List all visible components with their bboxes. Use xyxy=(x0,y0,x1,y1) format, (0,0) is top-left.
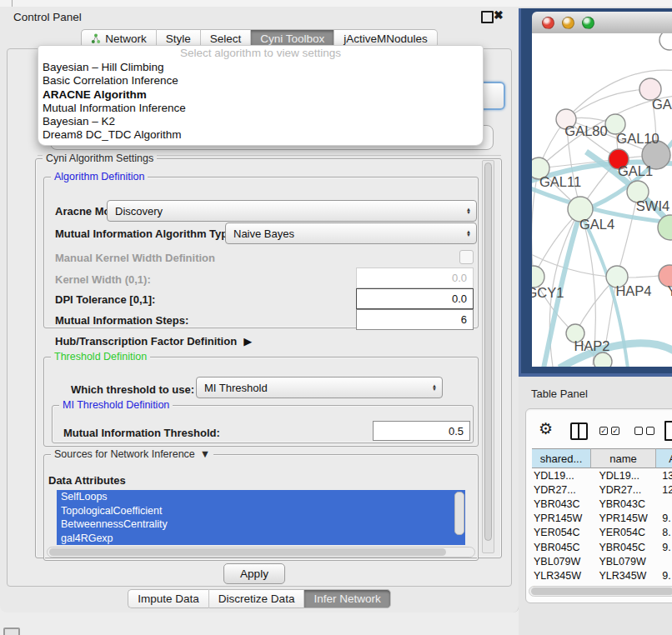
collapse-down-icon: ▼ xyxy=(200,448,210,460)
list-item[interactable]: gal4RGexp xyxy=(57,532,465,546)
cell-shared-name: YBR043C xyxy=(526,498,587,510)
attributes-hscrollbar-thumb[interactable] xyxy=(49,548,446,556)
mi-algorithm-type-select[interactable]: Naive Bayes ▲▼ xyxy=(225,222,477,244)
table-row[interactable]: YER054C YER054C 8. xyxy=(526,526,672,540)
cell-value: 9. xyxy=(659,542,672,553)
dpi-tolerance-label: DPI Tolerance [0,1]: xyxy=(55,293,155,306)
which-threshold-label: Which threshold to use: xyxy=(71,383,194,396)
dpi-tolerance-input[interactable]: 0.0 xyxy=(356,288,474,309)
mi-threshold-input[interactable]: 0.5 xyxy=(373,421,470,441)
network-tab-icon xyxy=(91,33,101,44)
mi-type-value: Naive Bayes xyxy=(233,228,294,240)
zoom-traffic-icon[interactable] xyxy=(582,17,594,29)
algorithm-definition-title: Algorithm Definition xyxy=(51,171,148,182)
cell-value: 13 xyxy=(659,470,672,482)
table-row[interactable]: YDR27... YDR27... 12 xyxy=(526,482,672,497)
apply-button[interactable]: Apply xyxy=(223,563,285,584)
node-label: GAL11 xyxy=(539,174,581,189)
cyni-bottom-tab-bar: Impute Data Discretize Data Infer Networ… xyxy=(0,589,519,608)
table-hscrollbar-thumb[interactable] xyxy=(531,588,672,595)
tab-style-label: Style xyxy=(166,32,191,45)
combo-arrows-icon: ▲▼ xyxy=(432,384,437,392)
sources-group-header[interactable]: Sources for Network Inference ▼ xyxy=(51,448,213,460)
column-header-partial[interactable]: A xyxy=(656,448,672,468)
close-traffic-icon[interactable] xyxy=(542,17,554,29)
mi-threshold-definition-title: MI Threshold Definition xyxy=(59,399,173,411)
table-row[interactable]: YBR045C YBR045C 9. xyxy=(526,540,672,554)
network-graph[interactable]: GALGAL80GAL10GAL1GAL11SWI4GAL4GCY1HAP4YH… xyxy=(532,33,672,367)
table-row[interactable]: YDL19... YDL19... 13 xyxy=(526,468,672,482)
settings-scrollbar[interactable] xyxy=(482,160,494,553)
float-window-icon[interactable] xyxy=(481,11,494,23)
settings-scrollbar-thumb[interactable] xyxy=(484,162,492,541)
columns-layout-icon[interactable] xyxy=(570,422,588,440)
tab-discretize-data[interactable]: Discretize Data xyxy=(209,589,305,608)
network-window-titlebar[interactable] xyxy=(532,12,672,34)
which-threshold-select[interactable]: MI Threshold ▲▼ xyxy=(196,377,443,398)
table-row[interactable]: YBR043C YBR043C xyxy=(526,497,672,511)
cell-shared-name: YPR145W xyxy=(526,512,587,524)
column-header-name[interactable]: name xyxy=(591,448,656,468)
tab-jactivemnodules-label: jActiveMNodules xyxy=(344,32,428,45)
tab-impute-data[interactable]: Impute Data xyxy=(128,589,209,608)
table-row[interactable]: YLR345W YLR345W 9. xyxy=(526,568,672,582)
panel-corner-icon[interactable] xyxy=(3,628,20,635)
cell-name: YPR145W xyxy=(587,512,659,524)
close-icon[interactable]: ✖ xyxy=(494,8,504,22)
table-row[interactable]: YBL079W YBL079W xyxy=(526,554,672,568)
network-view-window: GALGAL80GAL10GAL1GAL11SWI4GAL4GCY1HAP4YH… xyxy=(519,8,672,377)
export-table-icon[interactable] xyxy=(664,421,672,441)
menu-item-algorithm[interactable]: Bayesian – K2 xyxy=(38,115,483,128)
cell-name: YBR043C xyxy=(587,498,659,510)
tab-network-label: Network xyxy=(105,32,147,45)
column-header-shared-name[interactable]: shared... xyxy=(532,448,591,468)
node-label: GAL xyxy=(652,97,672,112)
combo-arrows-icon: ▲▼ xyxy=(466,208,471,215)
attributes-scrollbar-thumb[interactable] xyxy=(454,492,464,535)
cell-shared-name: YBL079W xyxy=(526,556,587,568)
gear-icon[interactable]: ⚙ xyxy=(539,421,553,438)
mi-steps-input[interactable]: 6 xyxy=(356,309,474,330)
table-body: YDL19... YDL19... 13 YDR27... YDR27... 1… xyxy=(526,468,672,598)
tab-impute-data-label: Impute Data xyxy=(138,592,199,605)
cyni-algorithm-settings-title: Cyni Algorithm Settings xyxy=(43,152,157,164)
threshold-definition-title: Threshold Definition xyxy=(51,351,150,362)
menu-item-algorithm[interactable]: Dream8 DC_TDC Algorithm xyxy=(38,128,483,142)
menu-item-algorithm[interactable]: Basic Correlation Inference xyxy=(38,74,483,88)
deselect-all-columns-icon[interactable] xyxy=(634,427,654,435)
kernel-width-input[interactable]: 0.0 xyxy=(356,268,474,288)
menu-item-algorithm-selected[interactable]: ARACNE Algorithm xyxy=(38,88,483,102)
checked-box-icon: ✓ xyxy=(599,427,608,435)
table-row[interactable]: YPR145W YPR145W 9. xyxy=(526,512,672,526)
menu-item-algorithm[interactable]: Mutual Information Inference xyxy=(38,102,483,115)
sources-group-title: Sources for Network Inference xyxy=(54,448,195,460)
attributes-hscrollbar[interactable] xyxy=(47,547,475,558)
node-label: HAP4 xyxy=(615,283,651,298)
algorithm-dropdown-placeholder: Select algorithm to view settings xyxy=(38,46,483,61)
list-item[interactable]: TopologicalCoefficient xyxy=(57,504,465,518)
tab-infer-network[interactable]: Infer Network xyxy=(304,589,390,608)
hub-definition-expander[interactable]: Hub/Transcription Factor Definition ▶ xyxy=(55,335,252,348)
unchecked-box-icon xyxy=(646,427,654,435)
top-strip-divider xyxy=(12,0,13,7)
list-item[interactable]: SelfLoops xyxy=(57,490,465,504)
cell-name: YER054C xyxy=(587,527,659,538)
list-item[interactable]: BetweennessCentrality xyxy=(57,518,465,532)
cell-name: YBL079W xyxy=(587,556,659,568)
select-all-columns-icon[interactable]: ✓ ✓ xyxy=(599,427,619,435)
minimize-traffic-icon[interactable] xyxy=(562,17,574,29)
cell-name: YDL19... xyxy=(587,470,659,482)
menu-item-algorithm[interactable]: Bayesian – Hill Climbing xyxy=(38,61,483,74)
network-canvas[interactable]: GALGAL80GAL10GAL1GAL11SWI4GAL4GCY1HAP4YH… xyxy=(532,33,672,367)
mi-type-label: Mutual Information Algorithm Type: xyxy=(55,228,238,240)
cell-name: YBR045C xyxy=(587,542,659,553)
cell-name: YDR27... xyxy=(587,484,659,496)
table-hscrollbar[interactable] xyxy=(529,586,672,597)
node-label: GAL4 xyxy=(579,217,614,232)
cell-value: 8. xyxy=(659,527,672,538)
aracne-mode-select[interactable]: Discovery ▲▼ xyxy=(107,200,477,222)
manual-kernel-width-label: Manual Kernel Width Definition xyxy=(55,252,215,264)
node-label: HAP2 xyxy=(574,338,609,353)
node-label: GAL10 xyxy=(616,131,659,146)
manual-kernel-width-checkbox[interactable] xyxy=(459,250,474,264)
